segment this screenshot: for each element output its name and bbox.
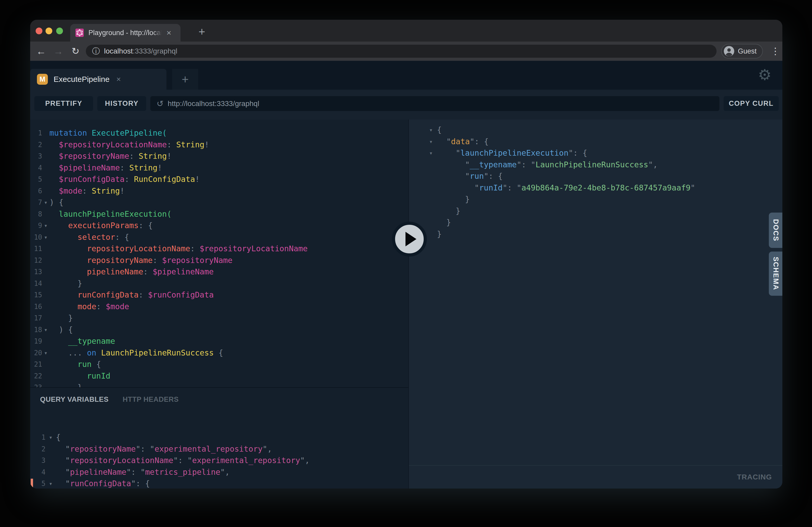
line-number: 21 [30,359,42,370]
code-text: $repositoryLocationName: String! [49,139,209,151]
fold-arrow-icon[interactable]: ▾ [42,231,49,243]
line-number [409,147,425,159]
play-icon [405,232,416,246]
code-text: mutation ExecutePipeline( [49,127,167,139]
fold-arrow-icon[interactable]: ▾ [425,147,437,159]
fold-gutter-spacer [42,312,49,324]
fold-gutter-spacer [42,255,49,266]
fold-gutter-spacer [42,335,49,347]
code-text: __typename [49,335,115,347]
code-line: } [409,217,782,228]
code-text: "launchPipelineExecution": { [437,147,587,159]
docs-side-tab[interactable]: DOCS [769,213,782,248]
site-info-icon[interactable]: ⓘ [92,46,100,57]
browser-new-tab-button[interactable]: + [193,24,210,40]
code-text: runConfigData: $runConfigData [49,289,214,301]
prettify-button[interactable]: PRETTIFY [34,96,93,111]
graphql-favicon-icon [75,29,84,37]
code-line: 3"repositoryLocationName": "experimental… [30,455,408,466]
editors-area: 1mutation ExecutePipeline(2$repositoryLo… [30,120,782,488]
query-editor[interactable]: 1mutation ExecutePipeline(2$repositoryLo… [30,120,408,387]
endpoint-field[interactable]: ↺ http://localhost:3333/graphql [150,96,720,111]
settings-gear-icon[interactable]: ⚙ [758,64,771,85]
fold-arrow-icon[interactable]: ▾ [42,347,49,359]
playground-tab-bar: M ExecutePipeline × + ⚙ [30,61,782,90]
fold-gutter-spacer [42,150,49,162]
playground-tab-executepipeline[interactable]: M ExecutePipeline × [30,69,166,90]
url-host: localhost [104,47,133,55]
fold-gutter-spacer [425,217,437,228]
back-icon[interactable]: ← [34,42,48,61]
forward-icon[interactable]: → [51,42,66,61]
code-line: 1▾{ [30,432,408,443]
fold-gutter-spacer [42,139,49,151]
browser-tab-close-icon[interactable]: × [166,29,171,37]
line-number [409,159,425,171]
line-number: 11 [30,243,42,255]
code-line: 22runId [30,370,408,382]
code-line: 1mutation ExecutePipeline( [30,127,408,139]
code-line: 18▾) { [30,324,408,336]
browser-menu-icon[interactable]: ⋮ [769,42,781,61]
code-line: ▾{ [409,124,782,136]
code-text: repositoryLocationName: $repositoryLocat… [49,243,308,255]
fold-arrow-icon[interactable]: ▾ [45,432,56,443]
line-number: 4 [30,162,42,174]
playground-new-tab-button[interactable]: + [172,69,198,90]
graphql-playground: M ExecutePipeline × + ⚙ PRETTIFY HISTORY… [30,61,782,488]
code-line: } [409,228,782,240]
tracing-toggle[interactable]: TRACING [409,465,782,488]
tracing-label: TRACING [737,473,772,481]
fold-arrow-icon[interactable]: ▾ [425,124,437,136]
code-line: "__typename": "LaunchPipelineRunSuccess"… [409,159,782,171]
reload-icon[interactable]: ↻ [68,42,83,61]
query-variables-tab[interactable]: QUERY VARIABLES [40,395,109,404]
history-button[interactable]: HISTORY [97,96,146,111]
fold-arrow-icon[interactable]: ▾ [45,478,56,488]
fold-gutter-spacer [45,443,56,455]
fold-gutter-spacer [425,170,437,182]
code-text: executionParams: { [49,220,153,231]
response-pane: ▾{▾"data": {▾"launchPipelineExecution": … [409,120,782,488]
code-text: runId [49,370,110,382]
code-text: ) { [49,324,73,336]
variables-editor[interactable]: 1▾{2"repositoryName": "experimental_repo… [30,432,408,488]
code-line: 12repositoryName: $repositoryName [30,255,408,266]
code-line: 14} [30,278,408,289]
fold-arrow-icon[interactable]: ▾ [42,324,49,336]
fold-gutter-spacer [425,194,437,205]
fold-arrow-icon[interactable]: ▾ [42,197,49,208]
line-number: 14 [30,278,42,289]
fold-gutter-spacer [42,127,49,139]
code-text: mode: $mode [49,301,129,313]
profile-chip[interactable]: Guest [721,44,763,59]
http-headers-tab[interactable]: HTTP HEADERS [123,395,179,404]
code-text: "__typename": "LaunchPipelineRunSuccess"… [437,159,658,171]
execute-play-button[interactable] [392,222,427,256]
traffic-light-minimize-button[interactable] [45,28,52,34]
code-line: 23} [30,382,408,387]
code-line: 17} [30,312,408,324]
schema-side-tab[interactable]: SCHEMA [769,252,782,296]
traffic-light-close-button[interactable] [35,28,42,34]
fold-arrow-icon[interactable]: ▾ [42,220,49,231]
code-text: "run": { [437,170,503,182]
line-number: 19 [30,335,42,347]
line-number: 23 [30,382,42,387]
address-bar[interactable]: ⓘ localhost:3333/graphql [86,45,716,58]
code-text: "runConfigData": { [56,478,150,488]
fold-gutter-spacer [42,208,49,220]
code-line: 15runConfigData: $runConfigData [30,289,408,301]
code-text: } [49,382,82,387]
line-number: 6 [30,185,42,197]
variables-tab-bar: QUERY VARIABLES HTTP HEADERS [30,388,408,404]
traffic-light-zoom-button[interactable] [56,28,63,34]
playground-toolbar: PRETTIFY HISTORY ↺ http://localhost:3333… [30,90,782,120]
fold-gutter-spacer [42,243,49,255]
code-line: 21run { [30,359,408,370]
copy-curl-button[interactable]: COPY CURL [724,96,779,111]
url-text: localhost:3333/graphql [104,47,177,55]
playground-tab-close-icon[interactable]: × [116,75,121,84]
fold-arrow-icon[interactable]: ▾ [425,136,437,148]
browser-tab[interactable]: Playground - http://localhost:3 × [70,24,180,42]
